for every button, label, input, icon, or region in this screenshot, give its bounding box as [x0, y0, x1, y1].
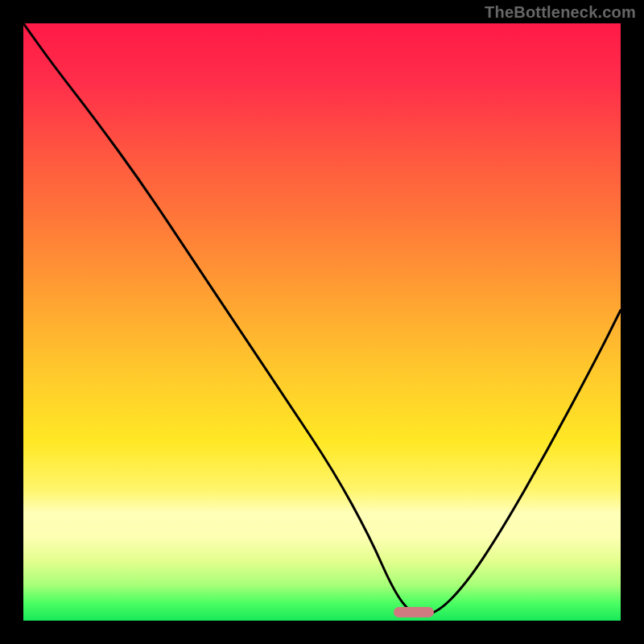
bottleneck-curve [23, 23, 621, 621]
chart-frame: TheBottleneck.com [0, 0, 644, 644]
watermark-text: TheBottleneck.com [485, 3, 636, 22]
plot-area [23, 23, 621, 621]
optimum-marker [394, 607, 434, 617]
